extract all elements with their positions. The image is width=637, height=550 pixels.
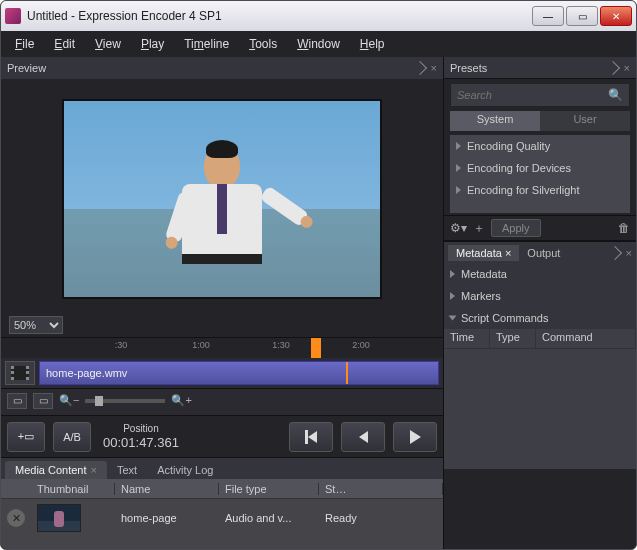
search-box[interactable]: 🔍 [450, 83, 630, 107]
preview-panel-header: Preview × [1, 57, 443, 79]
position-readout: Position 00:01:47.361 [99, 423, 183, 451]
preset-item[interactable]: Encoding for Silverlight [450, 179, 630, 201]
menu-window[interactable]: Window [289, 35, 348, 53]
close-icon[interactable]: × [626, 247, 632, 259]
menu-view[interactable]: View [87, 35, 129, 53]
search-input[interactable] [457, 89, 608, 101]
media-table: Thumbnail Name File type St… ✕ home-page… [1, 479, 443, 549]
maximize-button[interactable]: ▭ [566, 6, 598, 26]
trash-icon[interactable]: 🗑 [618, 221, 630, 235]
tab-system[interactable]: System [450, 111, 540, 131]
window-title: Untitled - Expression Encoder 4 SP1 [27, 9, 532, 23]
col-command[interactable]: Command [536, 329, 636, 348]
tab-metadata[interactable]: Metadata × [448, 245, 519, 261]
close-icon[interactable]: × [91, 464, 97, 476]
clip-name: home-page.wmv [46, 367, 127, 379]
cell-name: home-page [115, 512, 219, 524]
video-track: home-page.wmv [1, 358, 443, 388]
timeline: :30 1:00 1:30 2:00 home-page.wmv [1, 337, 443, 415]
preset-item[interactable]: Encoding Quality [450, 135, 630, 157]
track-view-alt-icon[interactable]: ▭ [33, 393, 53, 409]
table-row[interactable]: ✕ home-page Audio and v... Ready [1, 499, 443, 537]
pin-icon[interactable] [607, 245, 621, 259]
preset-item[interactable]: Encoding for Devices [450, 157, 630, 179]
plus-icon[interactable]: ＋ [473, 220, 485, 237]
presets-header: Presets × [444, 57, 636, 79]
minimize-button[interactable]: — [532, 6, 564, 26]
close-icon[interactable]: × [431, 62, 437, 74]
col-status[interactable]: St… [319, 483, 443, 495]
preview-panel: 50% :30 1:00 1:30 2:00 home-page.wmv [1, 79, 443, 457]
right-tabs: Metadata × Output × [444, 241, 636, 263]
script-commands-table: Time Type Command [444, 329, 636, 469]
step-back-button[interactable] [341, 422, 385, 452]
col-time[interactable]: Time [444, 329, 490, 348]
transport-controls: +▭ A/B Position 00:01:47.361 [1, 415, 443, 457]
video-frame [62, 99, 382, 299]
col-type[interactable]: Type [490, 329, 536, 348]
menu-edit[interactable]: Edit [46, 35, 83, 53]
titlebar: Untitled - Expression Encoder 4 SP1 — ▭ … [1, 1, 636, 31]
play-button[interactable] [393, 422, 437, 452]
apply-button[interactable]: Apply [491, 219, 541, 237]
timeline-tools: ▭ ▭ 🔍− 🔍+ [1, 388, 443, 412]
col-thumbnail[interactable]: Thumbnail [31, 483, 115, 495]
thumbnail [37, 504, 81, 532]
tab-user[interactable]: User [540, 111, 630, 131]
section-script-commands[interactable]: Script Commands [444, 307, 636, 329]
video-preview[interactable] [1, 79, 443, 313]
app-window: Untitled - Expression Encoder 4 SP1 — ▭ … [0, 0, 637, 550]
timeline-ruler[interactable]: :30 1:00 1:30 2:00 [1, 338, 443, 358]
skip-back-button[interactable] [289, 422, 333, 452]
add-clip-button[interactable]: +▭ [7, 422, 45, 452]
filmstrip-icon [5, 361, 35, 385]
search-icon[interactable]: 🔍 [608, 88, 623, 102]
preview-title: Preview [7, 62, 46, 74]
preset-list: Encoding Quality Encoding for Devices En… [450, 135, 630, 213]
zoom-in-icon[interactable]: 🔍+ [171, 394, 191, 407]
close-icon[interactable]: × [624, 62, 630, 74]
clip[interactable]: home-page.wmv [39, 361, 439, 385]
cell-type: Audio and v... [219, 512, 319, 524]
script-body [444, 349, 636, 469]
menu-timeline[interactable]: Timeline [176, 35, 237, 53]
tab-activity-log[interactable]: Activity Log [147, 461, 223, 479]
menu-tools[interactable]: Tools [241, 35, 285, 53]
cell-status: Ready [319, 512, 443, 524]
gear-icon[interactable]: ⚙▾ [450, 221, 467, 235]
playhead-marker[interactable] [311, 338, 321, 358]
close-button[interactable]: ✕ [600, 6, 632, 26]
menu-file[interactable]: File [7, 35, 42, 53]
pin-icon[interactable] [605, 60, 619, 74]
presets-title: Presets [450, 62, 487, 74]
pin-icon[interactable] [412, 61, 426, 75]
col-filetype[interactable]: File type [219, 483, 319, 495]
tab-media-content[interactable]: Media Content× [5, 461, 107, 479]
section-markers[interactable]: Markers [444, 285, 636, 307]
remove-icon[interactable]: ✕ [7, 509, 25, 527]
tab-output[interactable]: Output [519, 245, 568, 261]
timecode: 00:01:47.361 [103, 435, 179, 451]
tab-text[interactable]: Text [107, 461, 147, 479]
app-icon [5, 8, 21, 24]
section-metadata[interactable]: Metadata [444, 263, 636, 285]
menu-help[interactable]: Help [352, 35, 393, 53]
menu-play[interactable]: Play [133, 35, 172, 53]
zoom-slider[interactable] [85, 399, 165, 403]
menubar: File Edit View Play Timeline Tools Windo… [1, 31, 636, 57]
ab-button[interactable]: A/B [53, 422, 91, 452]
close-icon[interactable]: × [502, 247, 511, 259]
playhead-line [346, 362, 348, 384]
media-tabs: Media Content× Text Activity Log [1, 457, 443, 479]
col-name[interactable]: Name [115, 483, 219, 495]
position-label: Position [103, 423, 179, 435]
track-view-icon[interactable]: ▭ [7, 393, 27, 409]
zoom-select[interactable]: 50% [9, 316, 63, 334]
zoom-out-icon[interactable]: 🔍− [59, 394, 79, 407]
